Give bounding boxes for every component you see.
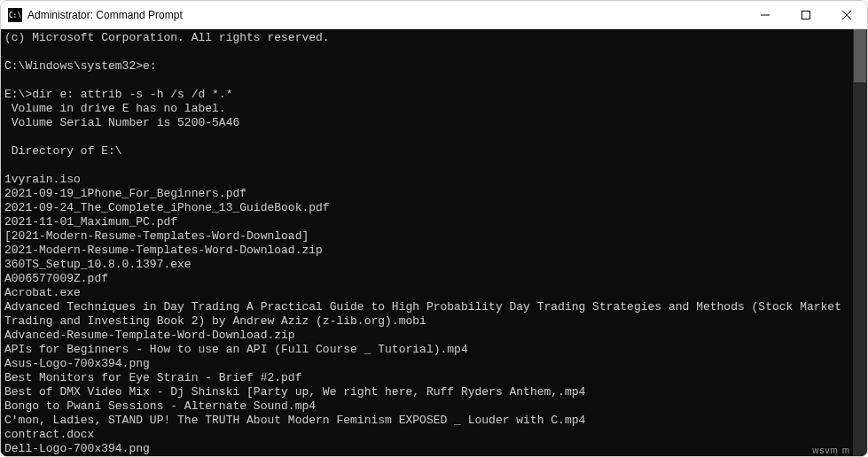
- close-button[interactable]: [826, 1, 867, 29]
- terminal-line: C:\Windows\system32>e:: [4, 59, 849, 74]
- terminal-output[interactable]: (c) Microsoft Corporation. All rights re…: [1, 29, 853, 456]
- terminal-line: Best of DMX Video Mix - Dj Shinski [Part…: [4, 385, 849, 399]
- terminal-line: APIs for Beginners - How to use an API (…: [4, 343, 849, 357]
- terminal-line: contract.docx: [4, 428, 849, 442]
- terminal-line: Directory of E:\: [4, 144, 849, 159]
- maximize-button[interactable]: [786, 1, 826, 29]
- terminal-line: 1vyrain.iso: [4, 173, 849, 187]
- terminal-line: E:\>dir e: attrib -s -h /s /d *.*: [4, 88, 849, 102]
- terminal-line: Advanced Techniques in Day Trading A Pra…: [4, 300, 849, 329]
- terminal-line: 2021-11-01_Maximum_PC.pdf: [4, 215, 849, 229]
- terminal-line: Advanced-Resume-Template-Word-Download.z…: [4, 329, 849, 343]
- terminal-line: [4, 130, 849, 144]
- terminal-line: [4, 159, 849, 173]
- cmd-icon: C:\: [8, 8, 22, 22]
- terminal-line: 2021-09-19_iPhone_For_Beginners.pdf: [4, 187, 849, 201]
- window-controls: [745, 1, 867, 29]
- terminal-line: 2021-09-24_The_Complete_iPhone_13_GuideB…: [4, 201, 849, 215]
- terminal-line: 360TS_Setup_10.8.0.1397.exe: [4, 258, 849, 272]
- terminal-line: 2021-Modern-Resume-Templates-Word-Downlo…: [4, 244, 849, 258]
- terminal-line: Acrobat.exe: [4, 286, 849, 300]
- terminal-line: (c) Microsoft Corporation. All rights re…: [4, 31, 849, 45]
- scrollbar-thumb[interactable]: [854, 29, 866, 82]
- terminal-wrap: (c) Microsoft Corporation. All rights re…: [1, 29, 867, 456]
- terminal-line: Best Monitors for Eye Strain - Brief #2.…: [4, 371, 849, 385]
- terminal-line: [4, 74, 849, 88]
- minimize-button[interactable]: [745, 1, 786, 29]
- titlebar: C:\ Administrator: Command Prompt: [1, 1, 867, 29]
- svg-rect-1: [802, 12, 810, 19]
- scrollbar[interactable]: [853, 29, 867, 456]
- minimize-icon: [761, 11, 770, 19]
- terminal-line: Asus-Logo-700x394.png: [4, 357, 849, 371]
- window-title: Administrator: Command Prompt: [27, 9, 745, 21]
- terminal-line: Volume in drive E has no label.: [4, 102, 849, 116]
- terminal-line: A006577009Z.pdf: [4, 272, 849, 286]
- terminal-line: C'mon, Ladies, STAND UP! The TRUTH About…: [4, 414, 849, 428]
- maximize-icon: [802, 11, 810, 19]
- terminal-line: Bongo to Pwani Sessions - Alternate Soun…: [4, 399, 849, 414]
- watermark: wsvm m: [812, 445, 850, 455]
- terminal-line: Volume Serial Number is 5200-5A46: [4, 116, 849, 130]
- terminal-line: [2021-Modern-Resume-Templates-Word-Downl…: [4, 229, 849, 244]
- terminal-line: [4, 45, 849, 59]
- terminal-line: Dell-Logo-700x394.png: [4, 442, 849, 456]
- close-icon: [842, 11, 851, 19]
